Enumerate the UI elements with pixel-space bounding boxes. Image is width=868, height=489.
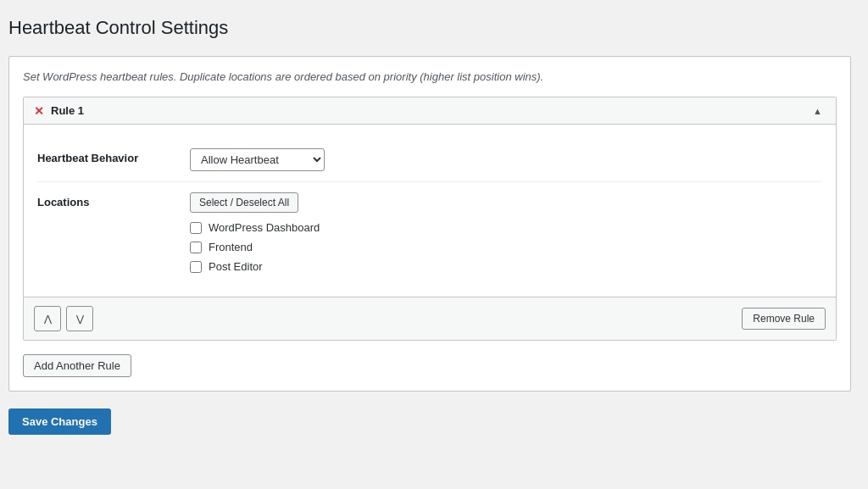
behavior-row: Heartbeat Behavior Allow Heartbeat Disab… [37, 138, 822, 182]
list-item[interactable]: Post Editor [190, 260, 822, 273]
add-another-rule-button[interactable]: Add Another Rule [23, 354, 131, 377]
rule-header: ✕ Rule 1 ▲ [24, 97, 836, 125]
select-deselect-button[interactable]: Select / Deselect All [190, 192, 298, 213]
behavior-control: Allow Heartbeat Disable Heartbeat Modify… [190, 148, 822, 171]
collapse-button[interactable]: ▲ [810, 106, 826, 116]
rule-container: ✕ Rule 1 ▲ Heartbeat Behavior Allow Hear… [23, 97, 837, 341]
locations-row: Locations Select / Deselect All WordPres… [37, 182, 822, 283]
locations-control: Select / Deselect All WordPress Dashboar… [190, 192, 822, 273]
behavior-select[interactable]: Allow Heartbeat Disable Heartbeat Modify… [190, 148, 325, 171]
wordpress-dashboard-label: WordPress Dashboard [209, 221, 320, 234]
locations-label: Locations [37, 192, 190, 208]
wordpress-dashboard-checkbox[interactable] [190, 222, 202, 234]
frontend-checkbox[interactable] [190, 242, 202, 253]
main-card: Set WordPress heartbeat rules. Duplicate… [8, 56, 851, 392]
list-item[interactable]: WordPress Dashboard [190, 221, 822, 234]
rule-title: Rule 1 [51, 104, 84, 117]
rule-body: Heartbeat Behavior Allow Heartbeat Disab… [24, 125, 836, 297]
rule-header-left: ✕ Rule 1 [34, 104, 84, 117]
description-text: Set WordPress heartbeat rules. Duplicate… [23, 70, 837, 83]
arrow-buttons: ⋀ ⋁ [34, 306, 93, 331]
post-editor-label: Post Editor [209, 260, 263, 273]
move-up-button[interactable]: ⋀ [34, 306, 61, 331]
frontend-label: Frontend [209, 241, 253, 253]
rule-remove-x-icon[interactable]: ✕ [34, 105, 44, 117]
list-item[interactable]: Frontend [190, 241, 822, 253]
behavior-label: Heartbeat Behavior [37, 148, 190, 164]
checkbox-group: WordPress Dashboard Frontend Post Editor [190, 221, 822, 273]
remove-rule-button[interactable]: Remove Rule [742, 308, 826, 330]
move-down-button[interactable]: ⋁ [66, 306, 93, 331]
post-editor-checkbox[interactable] [190, 261, 202, 273]
page-title: Heartbeat Control Settings [8, 17, 851, 39]
save-changes-button[interactable]: Save Changes [8, 408, 111, 435]
rule-footer: ⋀ ⋁ Remove Rule [24, 297, 836, 340]
